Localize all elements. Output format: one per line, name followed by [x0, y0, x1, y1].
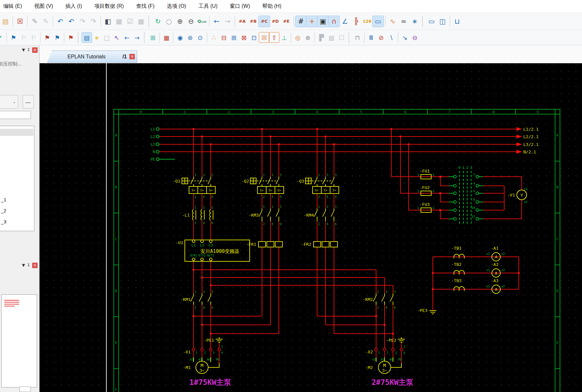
tree-item[interactable]: _3 [1, 219, 6, 224]
device-circle-icon[interactable]: ◎ [293, 32, 303, 42]
grid-a-icon[interactable]: #A [237, 16, 248, 27]
schematic-canvas[interactable]: 0 1 2 3 4 5 6 7 8 9 A B C D E F A [40, 63, 582, 392]
signal-line-icon[interactable]: ≈ [398, 16, 409, 27]
delete-selection-icon[interactable]: ☒ [15, 16, 26, 27]
previous-page-icon[interactable]: ← [122, 32, 132, 42]
refresh-icon[interactable]: ↻ [152, 16, 163, 27]
hatch-icon[interactable]: ▨ [327, 32, 337, 42]
page-navigator-icon[interactable]: ▤ [82, 32, 92, 42]
zoom-100-icon[interactable]: Q₁₀₀ [196, 16, 208, 27]
table-icon[interactable]: ▦ [136, 16, 147, 27]
menu-help[interactable]: 帮助 (H) [262, 3, 281, 10]
number-128-icon[interactable]: 128 [362, 16, 373, 27]
toolbar-grip[interactable] [78, 32, 80, 43]
toolbar-grip[interactable] [148, 16, 150, 27]
layout-icon[interactable]: ▦ [113, 16, 125, 27]
macro-box-icon[interactable]: ⊞ [148, 32, 158, 42]
device-box-icon[interactable]: ▭ [426, 16, 437, 27]
import-page-icon[interactable]: ↖ [112, 32, 122, 42]
menu-window[interactable]: 窗口 (W) [230, 3, 250, 10]
tab-eplan-tutorials[interactable]: EPLAN Tutorials /1 × [47, 51, 137, 63]
toolbar-grip[interactable] [349, 32, 350, 43]
redo-icon[interactable]: ↷ [77, 16, 88, 27]
graphical-preview[interactable] [1, 294, 37, 387]
text-field-icon[interactable]: ▭ [373, 16, 384, 27]
format-brush-icon[interactable]: ✎ [29, 16, 40, 27]
table-symbol-icon[interactable]: ⊞ [229, 32, 239, 42]
menu-edit[interactable]: 编辑 (E) [3, 3, 22, 10]
next-page-icon[interactable]: → [132, 32, 142, 42]
panel-icon[interactable]: ▛ [316, 32, 327, 42]
menu-project-data[interactable]: 项目数据 (R) [94, 3, 124, 10]
pin-icon[interactable]: ↧ [27, 48, 30, 52]
redo-list-icon[interactable]: ↷ [88, 16, 99, 27]
parallel-pins-icon[interactable]: Ⅲ [366, 32, 376, 42]
cable-icon[interactable]: ↘ [400, 32, 410, 42]
grid-c-icon[interactable]: #C [259, 16, 270, 27]
close-icon[interactable]: × [32, 263, 38, 268]
toolbar-grip[interactable] [144, 32, 146, 43]
tab-project-label[interactable]: EPLAN Tutorials [47, 54, 123, 60]
new-page-icon[interactable]: ∗ [92, 32, 102, 42]
toolbar-grip[interactable] [422, 16, 424, 27]
menu-find[interactable]: 查找 (F) [136, 3, 155, 10]
symbol-center-icon[interactable]: ⊙ [195, 32, 205, 42]
flag-forward-icon[interactable]: ⚑ [52, 32, 62, 42]
undo-icon[interactable]: ↶ [55, 16, 66, 27]
wire-ends-icon[interactable]: ∴ [209, 32, 219, 42]
undo-list-icon[interactable]: ↶ [66, 16, 77, 27]
clipped-icon[interactable]: ✔ [0, 32, 5, 42]
workflow-flag-gear-icon[interactable]: ⚐ [18, 32, 29, 42]
copy-page-icon[interactable]: □ [102, 32, 112, 42]
workflow-flag-arrow-icon[interactable]: ⚐ [29, 32, 39, 42]
forward-icon[interactable]: → [222, 16, 233, 27]
menu-view[interactable]: 视图 (V) [34, 3, 53, 10]
grid-toggle-icon[interactable]: # [295, 16, 306, 27]
workbench-icon[interactable]: ⊓ [352, 32, 362, 42]
menu-insert[interactable]: 插入 (I) [65, 3, 82, 10]
pin-icon[interactable]: ↧ [27, 263, 30, 267]
check-document-icon[interactable]: ☑ [125, 16, 136, 27]
snap-icon[interactable]: + [306, 16, 317, 27]
design-mode-icon[interactable]: ▣ [317, 16, 328, 27]
table-device-icon[interactable]: ⊡ [249, 32, 259, 42]
wave-line-icon[interactable]: ∿ [387, 16, 398, 27]
device-plug-icon[interactable]: ⊕ [303, 32, 313, 42]
cable-ring-icon[interactable]: ⊖ [410, 32, 420, 42]
angle-snap-icon[interactable]: ∠ [339, 16, 350, 27]
pin-ring-icon[interactable]: ⊘ [376, 32, 386, 42]
connection-symbol-icon[interactable]: ╠ [350, 16, 362, 27]
close-icon[interactable]: × [32, 47, 38, 53]
zoom-out-icon[interactable]: ⊖ [185, 16, 196, 27]
menu-tools[interactable]: 工具 (U) [198, 3, 218, 10]
cart-icon[interactable]: ⊔ [452, 16, 463, 27]
table-remove-icon[interactable]: ⊠ [239, 32, 249, 42]
pin-diagonal-icon[interactable]: ∖ [386, 32, 396, 42]
tree-icon[interactable]: ⊥ [279, 32, 289, 42]
device-navigator-icon[interactable]: ▦ [161, 32, 172, 42]
zoom-window-icon[interactable]: ◌ [163, 16, 174, 27]
workspace-icon[interactable]: ◧ [102, 16, 113, 27]
placeholder-icon[interactable]: ☐ [337, 32, 347, 42]
format-brush2-icon[interactable]: ✎ [40, 16, 51, 27]
symbol-multi-icon[interactable]: ◉ [175, 32, 185, 42]
back-icon[interactable]: ← [211, 16, 222, 27]
menu-options[interactable]: 选项 (O) [167, 3, 186, 10]
workflow-flag-check-icon[interactable]: ⚑ [8, 32, 18, 42]
zoom-in-icon[interactable]: ⊕ [174, 16, 185, 27]
star-line-icon[interactable]: ∗ [409, 16, 420, 27]
filter-combobox[interactable]: ⌄ [0, 95, 18, 109]
paste-icon[interactable]: ▤ [0, 16, 11, 27]
chevron-down-icon[interactable]: ▼ [22, 263, 25, 267]
tree-item[interactable]: _1 [1, 197, 6, 202]
tab-page-label[interactable]: /1 [123, 54, 127, 60]
grid-d-icon[interactable]: #D [270, 16, 281, 27]
symbol-top-icon[interactable]: ⊚ [185, 32, 195, 42]
table-filter-icon[interactable]: ⊟ [219, 32, 229, 42]
grid-b-icon[interactable]: #B [248, 16, 259, 27]
page-tree-panel[interactable]: _1 _2 _3 [0, 126, 34, 231]
box-delete-icon[interactable]: ☒ [259, 32, 269, 42]
grid-e-icon[interactable]: #E [281, 16, 292, 27]
selected-row[interactable] [0, 129, 33, 136]
search-field[interactable] [0, 111, 31, 119]
